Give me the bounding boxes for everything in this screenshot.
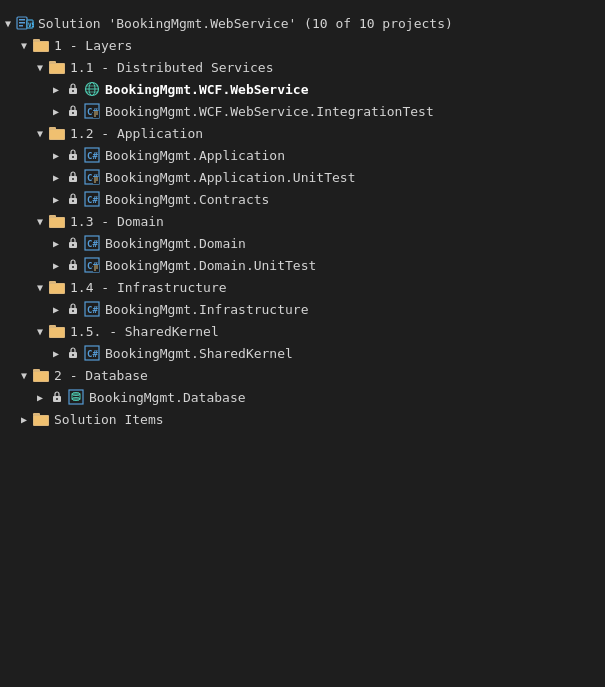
sharedkernel-folder-label: 1.5. - SharedKernel — [70, 324, 219, 339]
sharedkernel-proj-lock-icon — [64, 345, 82, 361]
svg-rect-10 — [49, 61, 56, 64]
layers-folder-arrow[interactable] — [16, 37, 32, 53]
sharedkernel-proj-arrow[interactable] — [48, 345, 64, 361]
tree-item-sharedkernel-folder[interactable]: 1.5. - SharedKernel — [0, 320, 605, 342]
tree-item-database-folder[interactable]: 2 - Database — [0, 364, 605, 386]
database-folder-icon — [32, 367, 50, 383]
sharedkernel-folder-icon — [48, 323, 66, 339]
infrastructure-proj-arrow[interactable] — [48, 301, 64, 317]
infrastructure-folder-icon — [48, 279, 66, 295]
svg-rect-70 — [50, 328, 64, 337]
svg-point-20 — [72, 112, 74, 114]
svg-point-79 — [56, 398, 58, 400]
domain-unittest-label: BookingMgmt.Domain.UnitTest — [105, 258, 316, 273]
application-unittest-lock-icon — [64, 169, 82, 185]
solution-items-folder-icon — [32, 411, 50, 427]
svg-point-35 — [72, 178, 74, 180]
wcf-webservice-arrow[interactable] — [48, 81, 64, 97]
svg-rect-48 — [50, 218, 64, 227]
sharedkernel-proj-icon: C# — [83, 345, 101, 361]
solution-explorer-tree: VS Solution 'BookingMgmt.WebService' (10… — [0, 8, 605, 434]
tree-item-infrastructure-proj[interactable]: C# BookingMgmt.Infrastructure — [0, 298, 605, 320]
database-folder-arrow[interactable] — [16, 367, 32, 383]
application-folder-arrow[interactable] — [32, 125, 48, 141]
application-folder-label: 1.2 - Application — [70, 126, 203, 141]
svg-rect-85 — [33, 413, 40, 416]
domain-folder-icon — [48, 213, 66, 229]
contracts-proj-lock-icon — [64, 191, 82, 207]
svg-rect-47 — [49, 215, 56, 218]
infrastructure-folder-label: 1.4 - Infrastructure — [70, 280, 227, 295]
solution-root-icon: VS — [16, 15, 34, 31]
tree-item-contracts-proj[interactable]: C# BookingMgmt.Contracts — [0, 188, 605, 210]
tree-item-application-unittest[interactable]: C# BookingMgmt.Application.UnitTest — [0, 166, 605, 188]
tree-item-distributed-folder[interactable]: 1.1 - Distributed Services — [0, 56, 605, 78]
tree-item-wcf-integration[interactable]: C# BookingMgmt.WCF.WebService.Integratio… — [0, 100, 605, 122]
domain-folder-arrow[interactable] — [32, 213, 48, 229]
domain-unittest-lock-icon — [64, 257, 82, 273]
tree-item-application-proj[interactable]: C# BookingMgmt.Application — [0, 144, 605, 166]
wcf-webservice-icon — [83, 81, 101, 97]
svg-rect-63 — [50, 284, 64, 293]
svg-rect-8 — [34, 42, 48, 51]
svg-rect-69 — [49, 325, 56, 328]
tree-item-database-proj[interactable]: BookingMgmt.Database — [0, 386, 605, 408]
application-proj-icon: C# — [83, 147, 101, 163]
tree-item-sharedkernel-proj[interactable]: C# BookingMgmt.SharedKernel — [0, 342, 605, 364]
svg-point-54 — [72, 266, 74, 268]
domain-unittest-icon: C# — [83, 257, 101, 273]
tree-item-domain-folder[interactable]: 1.3 - Domain — [0, 210, 605, 232]
wcf-integration-arrow[interactable] — [48, 103, 64, 119]
svg-point-13 — [72, 90, 74, 92]
tree-item-domain-proj[interactable]: C# BookingMgmt.Domain — [0, 232, 605, 254]
tree-item-solution-items-folder[interactable]: Solution Items — [0, 408, 605, 430]
infrastructure-proj-lock-icon — [64, 301, 82, 317]
domain-proj-arrow[interactable] — [48, 235, 64, 251]
svg-rect-76 — [33, 369, 40, 372]
wcf-webservice-lock-icon — [64, 81, 82, 97]
domain-proj-label: BookingMgmt.Domain — [105, 236, 246, 251]
sharedkernel-folder-arrow[interactable] — [32, 323, 48, 339]
tree-item-domain-unittest[interactable]: C# BookingMgmt.Domain.UnitTest — [0, 254, 605, 276]
svg-rect-2 — [19, 22, 25, 24]
solution-items-folder-arrow[interactable] — [16, 411, 32, 427]
layers-folder-icon — [32, 37, 50, 53]
domain-folder-label: 1.3 - Domain — [70, 214, 164, 229]
svg-point-50 — [72, 244, 74, 246]
layers-folder-label: 1 - Layers — [54, 38, 132, 53]
infrastructure-proj-label: BookingMgmt.Infrastructure — [105, 302, 309, 317]
contracts-proj-arrow[interactable] — [48, 191, 64, 207]
svg-text:C#: C# — [87, 305, 98, 315]
application-folder-icon — [48, 125, 66, 141]
svg-point-43 — [72, 200, 74, 202]
application-proj-arrow[interactable] — [48, 147, 64, 163]
domain-unittest-arrow[interactable] — [48, 257, 64, 273]
tree-item-application-folder[interactable]: 1.2 - Application — [0, 122, 605, 144]
svg-rect-29 — [50, 130, 64, 139]
tree-item-solution-root[interactable]: VS Solution 'BookingMgmt.WebService' (10… — [0, 12, 605, 34]
infrastructure-folder-arrow[interactable] — [32, 279, 48, 295]
svg-rect-3 — [19, 25, 23, 27]
svg-text:C#: C# — [87, 239, 98, 249]
application-unittest-label: BookingMgmt.Application.UnitTest — [105, 170, 355, 185]
tree-item-layers-folder[interactable]: 1 - Layers — [0, 34, 605, 56]
application-unittest-arrow[interactable] — [48, 169, 64, 185]
svg-rect-86 — [34, 416, 48, 425]
distributed-folder-icon — [48, 59, 66, 75]
tree-item-wcf-webservice[interactable]: BookingMgmt.WCF.WebService — [0, 78, 605, 100]
wcf-integration-label: BookingMgmt.WCF.WebService.IntegrationTe… — [105, 104, 434, 119]
svg-rect-62 — [49, 281, 56, 284]
wcf-integration-lock-icon — [64, 103, 82, 119]
wcf-integration-icon: C# — [83, 103, 101, 119]
solution-root-label: Solution 'BookingMgmt.WebService' (10 of… — [38, 16, 453, 31]
sharedkernel-proj-label: BookingMgmt.SharedKernel — [105, 346, 293, 361]
distributed-folder-arrow[interactable] — [32, 59, 48, 75]
svg-point-72 — [72, 354, 74, 356]
database-proj-label: BookingMgmt.Database — [89, 390, 246, 405]
tree-item-infrastructure-folder[interactable]: 1.4 - Infrastructure — [0, 276, 605, 298]
database-proj-arrow[interactable] — [32, 389, 48, 405]
solution-root-arrow[interactable] — [0, 15, 16, 31]
svg-rect-28 — [49, 127, 56, 130]
svg-text:C#: C# — [87, 151, 98, 161]
svg-rect-11 — [50, 64, 64, 73]
